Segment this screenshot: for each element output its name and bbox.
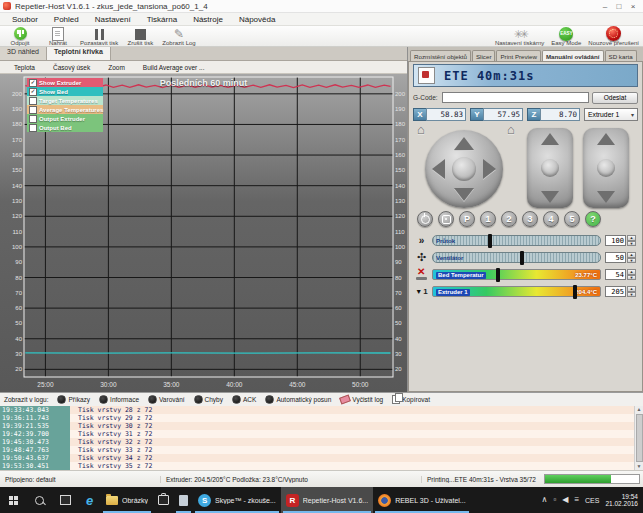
toolbar-emergency-stop-button[interactable]: Nouzové přerušení [588,27,639,46]
tab-slicer[interactable]: Slicer [472,50,495,61]
preset-3-button[interactable]: 3 [522,211,538,227]
legend-item[interactable]: Output Bed [27,123,103,132]
clear-log-button[interactable]: Vyčistit log [340,396,383,403]
home-y-icon[interactable]: ⌂ [507,122,515,137]
maximize-button[interactable]: □ [613,2,625,11]
extruder-temp-value[interactable]: 205 [605,286,626,297]
close-button[interactable]: × [627,2,639,11]
z-up-icon[interactable] [541,133,559,145]
start-button[interactable] [0,487,26,513]
fan-slider[interactable]: Ventilátor [432,252,601,263]
toolbar-easy-mode-button[interactable]: EASYEasy Mode [550,27,582,46]
log-scrollbar[interactable]: ▲ ▼ [634,406,643,470]
legend-checkbox[interactable]: ✓ [29,79,37,87]
log-filter-p-kazy[interactable]: Příkazy [57,395,90,404]
language-indicator[interactable]: CES [585,497,599,504]
menu-item[interactable]: Soubor [4,15,46,24]
toolbar-stop-print-button[interactable]: Zrušit tisk [124,27,156,46]
extrude-icon[interactable] [597,191,615,203]
chart-menu-item[interactable]: Zoom [100,64,133,71]
bed-temp-value[interactable]: 54 [605,269,626,280]
minimize-button[interactable]: – [599,2,611,11]
tab-3d-view[interactable]: 3D náhled [0,47,47,60]
tray-icon[interactable]: ▫ [553,496,556,504]
chart-menu-item[interactable]: Teplota [6,64,43,71]
chart-menu-item[interactable]: Časový úsek [45,64,98,71]
chart-menu-item[interactable]: Build Average over ... [135,64,213,71]
z-center-knob[interactable] [541,159,559,177]
tab-print-preview[interactable]: Print Preview [496,50,540,61]
taskbar-item-firefox[interactable]: REBEL 3D - Uživatel... [373,487,471,513]
extruder-temp-slider[interactable]: Extruder 1204.4°C [432,286,601,297]
slider-thumb[interactable] [573,285,577,299]
power-button[interactable] [417,211,433,227]
taskbar-item-doc[interactable] [174,487,193,513]
menu-item[interactable]: Nastavení [87,15,139,24]
jog-x-plus-icon[interactable] [483,159,496,179]
log-filter-automatick-posun[interactable]: Automatický posun [265,395,331,404]
legend-item[interactable]: ✓Show Extruder [27,78,103,87]
spin-down-icon[interactable]: ▼ [627,275,636,281]
scroll-thumb[interactable] [636,414,643,462]
motors-off-button[interactable] [438,211,454,227]
legend-checkbox[interactable] [29,106,37,114]
jog-center-knob[interactable] [452,157,476,181]
legend-item[interactable]: Average Temperatures [27,105,103,114]
taskbar-item-skype[interactable]: SSkype™ - zkouše... [193,487,281,513]
send-button[interactable]: Odeslat [592,92,638,104]
fan-value[interactable]: 50 [605,252,626,263]
taskbar-item-folder[interactable]: Obrázky [101,487,153,513]
clock[interactable]: 19:54 21.02.2016 [605,493,638,507]
preset-2-button[interactable]: 2 [501,211,517,227]
menu-item[interactable]: Tiskárna [139,15,185,24]
tab-temp-curve[interactable]: Teplotní křivka [47,47,111,60]
menu-item[interactable]: Nápověda [231,15,283,24]
preset-5-button[interactable]: 5 [564,211,580,227]
spin-down-icon[interactable]: ▼ [627,241,636,247]
log-filter-ack[interactable]: ACK [232,395,256,404]
tab-rozm-st-n-objekt-[interactable]: Rozmístění objektů [410,50,471,61]
toolbar-disconnect-button[interactable]: Odpojit [4,27,36,46]
scroll-up-icon[interactable]: ▲ [637,406,642,413]
home-x-icon[interactable]: ⌂ [417,122,425,137]
tray-icon[interactable]: ≡ [574,496,579,504]
tray-icon[interactable]: ∧ [542,496,548,504]
copy-log-button[interactable]: Kopírovat [392,395,430,404]
preset-1-button[interactable]: 1 [480,211,496,227]
jog-y-minus-icon[interactable] [454,188,474,201]
park-button[interactable]: P [459,211,475,227]
log-filter-varov-n-[interactable]: Varování [148,395,185,404]
legend-checkbox[interactable] [29,124,37,132]
legend-item[interactable]: Target Temperatures [27,96,103,105]
flowrate-slider[interactable]: Průtok [432,235,601,246]
tab-manu-ln-ovl-d-n-[interactable]: Manuální ovládání [542,50,604,61]
log-filter-chyby[interactable]: Chyby [194,395,223,404]
gcode-input[interactable] [442,92,589,103]
preset-4-button[interactable]: 4 [543,211,559,227]
scroll-down-icon[interactable]: ▼ [637,463,642,470]
toolbar-printer-settings-button[interactable]: ✳✳Nastavení tiskárny [495,27,544,46]
z-down-icon[interactable] [541,191,559,203]
flowrate-value[interactable]: 100 [605,235,626,246]
taskbar-item-edge[interactable]: e [78,487,101,513]
jog-x-minus-icon[interactable] [432,159,445,179]
task-view-button[interactable] [52,487,78,513]
jog-y-plus-icon[interactable] [454,137,474,150]
menu-item[interactable]: Pohled [46,15,87,24]
log-filter-informace[interactable]: Informace [99,395,139,404]
menu-item[interactable]: Nástroje [185,15,231,24]
slider-thumb[interactable] [488,234,492,248]
retract-icon[interactable] [597,133,615,145]
search-button[interactable] [26,487,52,513]
toolbar-pause-print-button[interactable]: Pozastavit tisk [80,27,118,46]
legend-item[interactable]: Output Extruder [27,114,103,123]
spin-down-icon[interactable]: ▼ [627,258,636,264]
legend-checkbox[interactable]: ✓ [29,88,37,96]
extruder-jog-pad[interactable] [583,128,629,208]
extrude-center-knob[interactable] [597,159,615,177]
tab-sd-karta[interactable]: SD karta [605,50,637,61]
legend-item[interactable]: ✓Show Bed [27,87,103,96]
slider-thumb[interactable] [520,251,524,265]
bed-temp-slider[interactable]: Bed Temperatur23.77°C [432,269,601,280]
spin-down-icon[interactable]: ▼ [627,292,636,298]
